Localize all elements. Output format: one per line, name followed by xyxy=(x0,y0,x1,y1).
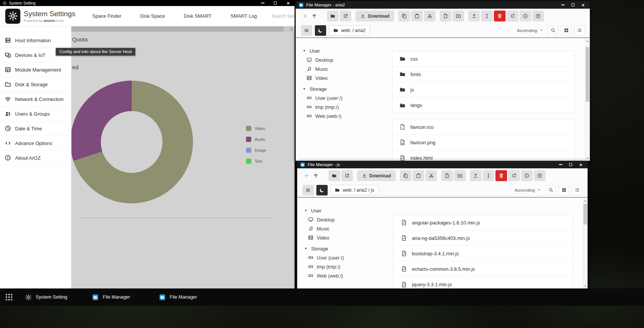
tree-item-tmp-tmp[interactable]: tmp (tmp:/) xyxy=(302,102,388,111)
open-location-button[interactable] xyxy=(328,170,340,181)
maximize-button[interactable] xyxy=(568,162,573,167)
list-view-button[interactable] xyxy=(574,26,585,35)
new-folder-button[interactable] xyxy=(453,11,464,21)
file-row-jquery-3-3-1-min-js[interactable]: jquery-3.3.1.min.js xyxy=(394,277,572,288)
rename-button[interactable] xyxy=(483,170,494,181)
rename-button[interactable] xyxy=(481,11,493,21)
file-row-favicon-png[interactable]: favicon.png xyxy=(392,135,574,150)
go-up-button[interactable] xyxy=(310,11,319,21)
tree-section-user[interactable]: User xyxy=(302,46,388,55)
menu-button[interactable] xyxy=(301,25,312,36)
copy-button[interactable] xyxy=(400,170,412,181)
properties-button[interactable] xyxy=(521,170,533,181)
legend-item-text[interactable]: Text xyxy=(246,156,266,166)
file-row-css[interactable]: css xyxy=(392,51,574,67)
sidebar-item-advance-options[interactable]: Advance Options xyxy=(0,136,71,151)
tree-item-desktop[interactable]: Desktop xyxy=(304,215,389,224)
tree-item-music[interactable]: Music xyxy=(304,224,389,233)
legend-item-image[interactable]: Image xyxy=(246,145,266,156)
tree-section-storage[interactable]: Storage xyxy=(304,244,389,253)
scroll-down-arrow[interactable]: ▼ xyxy=(583,283,588,288)
back-button[interactable] xyxy=(301,11,310,21)
delete-button[interactable] xyxy=(494,11,506,21)
copy-button[interactable] xyxy=(398,11,410,21)
file-row-favicon-ico[interactable]: favicon.ico xyxy=(392,119,574,135)
dark-mode-toggle[interactable] xyxy=(316,185,328,195)
file-row-angular-packages-1-6-10-min-js[interactable]: angular-packages-1.6.10.min.js xyxy=(394,215,572,230)
sidebar-item-users-groups[interactable]: Users & Groups xyxy=(0,107,71,121)
paste-button[interactable] xyxy=(411,11,423,21)
minimize-button[interactable] xyxy=(560,3,565,7)
tree-item-user-user[interactable]: User (user:/) xyxy=(304,253,389,262)
file-row-js[interactable]: js xyxy=(392,82,574,98)
grid-view-button[interactable] xyxy=(561,26,571,35)
back-button[interactable] xyxy=(302,171,311,181)
refresh-button[interactable] xyxy=(508,170,520,181)
file-row-index-html[interactable]: index.html xyxy=(392,150,574,161)
legend-item-audio[interactable]: Audio xyxy=(246,134,266,145)
paste-button[interactable] xyxy=(413,170,424,181)
tab-disk-space[interactable]: Disk Space xyxy=(131,13,175,19)
menu-button[interactable] xyxy=(302,185,314,195)
close-button[interactable]: × xyxy=(286,1,290,5)
donut-slice-audio[interactable] xyxy=(71,81,132,161)
open-location-button[interactable] xyxy=(327,11,339,21)
new-file-button[interactable] xyxy=(440,11,451,21)
scroll-down-arrow[interactable]: ▼ xyxy=(585,156,590,161)
legend-item-video[interactable]: Video xyxy=(246,123,266,134)
tab-space-finder[interactable]: Space Finder xyxy=(83,13,131,19)
maximize-button[interactable] xyxy=(571,3,575,7)
cut-button[interactable] xyxy=(424,11,436,21)
tree-item-video[interactable]: Video xyxy=(304,233,389,242)
tab-smart-log[interactable]: SMART Log xyxy=(221,13,266,19)
tree-item-music[interactable]: Music xyxy=(302,64,388,73)
tree-item-video[interactable]: Video xyxy=(302,73,388,82)
horizontal-scrollbar[interactable]: › xyxy=(71,26,295,32)
file-row-langs[interactable]: langs xyxy=(392,98,574,113)
scroll-right-arrow[interactable]: › xyxy=(289,26,295,32)
search-button[interactable] xyxy=(548,26,558,35)
close-button[interactable]: × xyxy=(579,162,583,167)
app-launcher-button[interactable] xyxy=(3,291,15,303)
scrollbar[interactable]: ▲ ▼ xyxy=(583,198,588,288)
upload-button[interactable] xyxy=(470,170,481,181)
tab-disk-smart[interactable]: Disk SMART xyxy=(174,13,221,19)
download-button[interactable]: Download xyxy=(357,170,396,181)
tree-item-tmp-tmp[interactable]: tmp (tmp:/) xyxy=(304,262,389,271)
settings-search-input[interactable] xyxy=(272,14,295,19)
maximize-button[interactable] xyxy=(273,1,278,5)
scrollbar-thumb[interactable] xyxy=(583,204,587,224)
file-row-aria-ng-da5356c403-min-js[interactable]: aria-ng-da5356c403.min.js xyxy=(394,230,572,246)
system-settings-titlebar[interactable]: System Setting × xyxy=(0,0,295,6)
file-row-fonts[interactable]: fonts xyxy=(392,67,574,82)
taskbar-item-file-manager[interactable]: File Manager xyxy=(159,294,216,301)
scroll-up-arrow[interactable]: ▲ xyxy=(583,198,588,203)
breadcrumb[interactable]: web: / aria2 xyxy=(329,25,370,35)
search-button[interactable] xyxy=(545,185,556,195)
titlebar[interactable]: File Manager - aria2 × xyxy=(296,1,590,9)
sidebar-item-network-connection[interactable]: Network & Connection xyxy=(0,92,71,107)
tree-item-web-web[interactable]: Web (web:/) xyxy=(304,271,389,280)
sidebar-item-about-aroz[interactable]: About ArOZ xyxy=(0,151,71,165)
taskbar-item-file-manager[interactable]: File Manager xyxy=(92,294,149,301)
cut-button[interactable] xyxy=(425,170,437,181)
list-view-button[interactable] xyxy=(572,185,582,195)
help-button[interactable] xyxy=(532,11,544,21)
sidebar-item-host-information[interactable]: Host Information xyxy=(0,33,71,48)
minimize-button[interactable] xyxy=(558,162,563,167)
sort-dropdown[interactable]: Ascending xyxy=(515,28,545,33)
help-button[interactable] xyxy=(534,170,545,181)
close-button[interactable]: × xyxy=(581,3,585,7)
breadcrumb[interactable]: web: / aria2 / js xyxy=(330,185,379,195)
taskbar-item-system-setting[interactable]: System Setting xyxy=(25,294,82,301)
dark-mode-toggle[interactable] xyxy=(315,25,326,36)
scrollbar-thumb[interactable] xyxy=(71,26,284,32)
grid-view-button[interactable] xyxy=(559,185,569,195)
new-folder-button[interactable] xyxy=(454,170,466,181)
tree-section-user[interactable]: User xyxy=(304,206,389,215)
tree-item-desktop[interactable]: Desktop xyxy=(302,55,388,64)
file-row-echarts-common-3-8-5-min-js[interactable]: echarts-common-3.8.5.min.js xyxy=(394,261,572,277)
delete-button[interactable] xyxy=(495,170,507,181)
new-file-button[interactable] xyxy=(441,170,453,181)
upload-button[interactable] xyxy=(468,11,480,21)
